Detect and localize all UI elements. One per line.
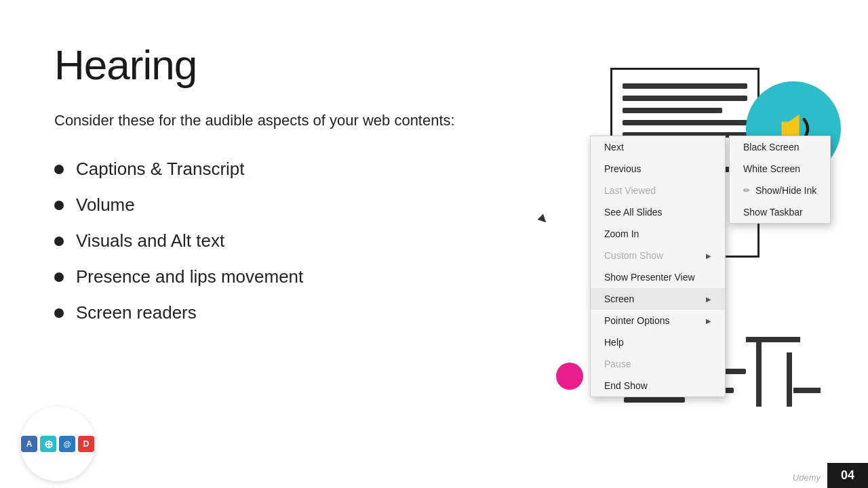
bullet-text-3: Visuals and Alt text: [76, 230, 224, 251]
toolbar-btn-target[interactable]: ⊕: [40, 436, 56, 452]
submenu-arrow-pointer-icon: ▶: [706, 317, 711, 325]
slide-subtitle: Consider these for the audible aspects o…: [54, 109, 529, 131]
toolbar-btn-at[interactable]: @: [59, 436, 75, 452]
submenu-white-screen[interactable]: White Screen: [730, 158, 830, 180]
monitor-bar2: [787, 352, 792, 407]
bullet-dot-5: [54, 308, 64, 318]
context-menu-zoom-in[interactable]: Zoom In: [591, 223, 725, 245]
monitor-bar3: [793, 388, 821, 393]
context-menu-presenter-view[interactable]: Show Presenter View: [591, 266, 725, 288]
screen-submenu[interactable]: Black Screen White Screen ✏ Show/Hide In…: [729, 136, 831, 224]
context-menu-pause: Pause: [591, 353, 725, 375]
context-menu-next[interactable]: Next: [591, 136, 725, 158]
context-menu-help[interactable]: Help: [591, 331, 725, 353]
bullet-dot-3: [54, 237, 64, 246]
context-menu-end-show[interactable]: End Show: [591, 375, 725, 396]
monitor-pole: [756, 339, 762, 407]
toolbar-btn-d[interactable]: D: [78, 436, 94, 452]
bullet-text-2: Volume: [76, 195, 135, 216]
submenu-arrow-screen-icon: ▶: [706, 296, 711, 303]
monitor-bar: [746, 337, 800, 342]
doc-line: [623, 83, 747, 89]
bullet-text-4: Presence and lips movement: [76, 266, 303, 287]
context-menu-custom-show: Custom Show ▶: [591, 245, 725, 266]
pen-icon: ✏: [743, 186, 750, 195]
submenu-black-screen[interactable]: Black Screen: [730, 136, 830, 158]
submenu-arrow-icon: ▶: [706, 252, 711, 260]
bullet-text-5: Screen readers: [76, 302, 197, 323]
bullet-dot-1: [54, 165, 64, 174]
context-menu[interactable]: Next Previous Last Viewed See All Slides…: [590, 136, 726, 397]
context-menu-screen[interactable]: Screen ▶: [591, 288, 725, 310]
toolbar-btn-a[interactable]: A: [21, 436, 37, 452]
bullet-dot-4: [54, 272, 64, 282]
page-number: 04: [827, 463, 868, 488]
context-menu-previous[interactable]: Previous: [591, 158, 725, 180]
context-menu-see-all-slides[interactable]: See All Slides: [591, 201, 725, 223]
doc-line: [623, 96, 747, 101]
bullet-dot-2: [54, 201, 64, 210]
context-menu-pointer-options[interactable]: Pointer Options ▶: [591, 310, 725, 331]
submenu-show-taskbar[interactable]: Show Taskbar: [730, 201, 830, 223]
toolbar-circle: A ⊕ @ D: [20, 407, 95, 481]
context-menu-last-viewed: Last Viewed: [591, 180, 725, 201]
pink-dot: [556, 363, 583, 390]
doc-line: [623, 120, 747, 125]
brand-logo: Udemy: [793, 472, 821, 483]
submenu-show-hide-ink[interactable]: ✏ Show/Hide Ink: [730, 180, 830, 201]
bullet-text-1: Captions & Transcript: [76, 159, 245, 180]
doc-line: [623, 108, 722, 113]
